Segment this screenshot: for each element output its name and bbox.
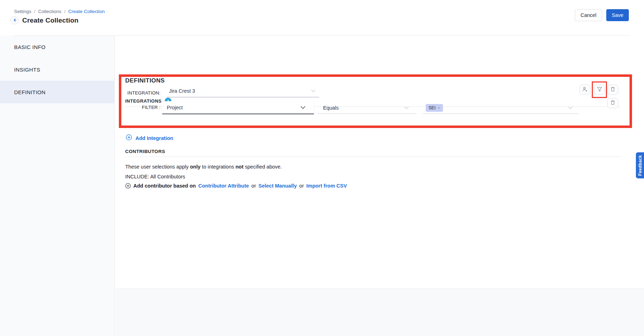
tag-label: SEI — [429, 105, 436, 110]
contributor-attribute-link[interactable]: Contributor Attribute — [198, 183, 249, 189]
breadcrumb-current[interactable]: Create Collection — [68, 9, 105, 14]
sidebar-item-insights[interactable]: INSIGHTS — [0, 58, 114, 81]
sidebar-item-basic-info[interactable]: BASIC INFO — [0, 36, 114, 58]
title-row: Create Collection — [11, 16, 79, 24]
filter-label: FILTER : — [118, 105, 160, 110]
chevron-down-icon — [404, 106, 409, 109]
note-bold: not — [236, 164, 244, 170]
page-title: Create Collection — [22, 17, 79, 24]
page-background-strip — [115, 288, 644, 336]
sidebar: BASIC INFO INSIGHTS DEFINITION — [0, 36, 115, 336]
feedback-tab-label: Feedback — [638, 155, 643, 176]
filter-operator-select[interactable]: Equals — [318, 102, 417, 114]
person-plus-icon — [582, 86, 588, 93]
trash-icon — [610, 86, 615, 93]
arrow-left-icon — [13, 17, 17, 24]
select-manually-link[interactable]: Select Manually — [259, 183, 297, 189]
or-text: or — [251, 183, 256, 189]
breadcrumb-separator: / — [33, 9, 37, 14]
circle-plus-icon — [125, 183, 131, 189]
breadcrumb: Settings / Collections / Create Collecti… — [14, 9, 105, 14]
breadcrumb-separator: / — [63, 9, 67, 14]
add-contributor-row: Add contributor based on Contributor Att… — [125, 183, 347, 189]
delete-integration-button[interactable] — [607, 85, 618, 95]
sidebar-item-definition[interactable]: DEFINITION — [0, 81, 114, 103]
filter-value-tag: SEI × — [426, 104, 443, 112]
filter-value-select[interactable]: SEI × — [423, 102, 578, 114]
add-integration-label: Add Integration — [135, 135, 173, 141]
filter-operator-value: Equals — [318, 105, 339, 111]
breadcrumb-collections[interactable]: Collections — [38, 9, 61, 14]
add-user-button[interactable] — [579, 85, 590, 95]
cancel-button[interactable]: Cancel — [575, 9, 602, 21]
circle-plus-icon — [126, 134, 132, 142]
header-actions: Cancel Save — [575, 9, 629, 21]
note-text: to integrations — [201, 164, 236, 170]
import-from-csv-link[interactable]: Import from CSV — [306, 183, 347, 189]
note-text: specified above. — [243, 164, 282, 170]
trash-icon — [610, 100, 615, 107]
note-bold: only — [190, 164, 201, 170]
save-button[interactable]: Save — [606, 9, 629, 21]
filter-field-select[interactable]: Project — [162, 101, 314, 114]
back-button[interactable] — [11, 16, 19, 24]
note-text: These user selections apply — [125, 164, 190, 170]
divider — [125, 157, 621, 157]
integration-select[interactable]: Jira Crest 3 — [166, 85, 319, 97]
filter-button[interactable] — [594, 85, 605, 95]
integration-label: INTEGRATION: — [118, 90, 160, 96]
delete-filter-button[interactable] — [607, 98, 618, 108]
create-collection-page: Settings / Collections / Create Collecti… — [0, 0, 644, 336]
tag-remove-icon[interactable]: × — [438, 105, 440, 110]
include-line: INCLUDE: All Contributors — [125, 174, 185, 179]
contributors-title: CONTRIBUTORS — [125, 149, 165, 154]
add-contributor-prefix: Add contributor based on — [133, 183, 196, 189]
integration-select-value: Jira Crest 3 — [166, 88, 195, 94]
or-text: or — [299, 183, 304, 189]
breadcrumb-settings[interactable]: Settings — [14, 9, 31, 14]
contributors-note: These user selections apply only to inte… — [125, 164, 282, 170]
chevron-down-icon — [311, 90, 316, 92]
chevron-down-icon — [568, 106, 573, 109]
header: Settings / Collections / Create Collecti… — [0, 0, 644, 36]
feedback-tab[interactable]: Feedback — [636, 152, 644, 178]
filter-field-value: Project — [162, 105, 183, 110]
main-content: DEFINITIONS INTEGRATIONS 1 INTEGRATION: … — [115, 36, 644, 288]
add-integration-button[interactable]: Add Integration — [126, 134, 173, 142]
chevron-down-icon — [300, 106, 305, 109]
funnel-icon — [597, 86, 602, 93]
